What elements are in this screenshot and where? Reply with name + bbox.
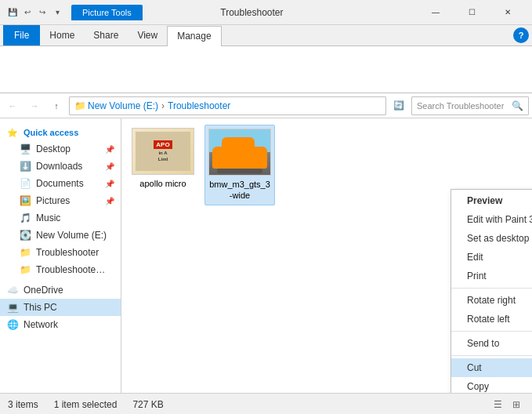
content-wrapper: APO in ALiml apollo micro bmw_m3_gts_3-w… [121,118,532,393]
ctx-sep-3 [451,355,532,356]
sidebar-section-quick-access: ⭐ Quick access [0,122,121,140]
sidebar-desktop-label: Desktop [36,143,71,154]
back-button[interactable]: ← [3,96,22,115]
maximize-button[interactable]: ☐ [454,0,490,25]
sidebar-item-downloads[interactable]: ⬇️ Downloads 📌 [0,158,121,175]
title-bar: 💾 ↩ ↪ ▾ Picture Tools Troubleshooter — ☐… [0,0,532,25]
ctx-set-desktop[interactable]: Set as desktop background [451,229,532,248]
nav-bar: ← → ↑ 📁 New Volume (E:) › Troubleshooter… [0,93,532,118]
sidebar-item-onedrive[interactable]: ☁️ OneDrive [0,281,121,299]
ctx-copy[interactable]: Copy [451,377,532,393]
breadcrumb-sep-1: › [161,100,165,111]
music-icon: 🎵 [19,212,31,224]
sidebar-item-network[interactable]: 🌐 Network [0,316,121,333]
sidebar-item-pictures[interactable]: 🖼️ Pictures 📌 [0,192,121,209]
pin-icon-3: 📌 [105,180,114,188]
redo-icon[interactable]: ↪ [36,6,49,19]
network-icon: 🌐 [6,318,19,331]
status-count: 3 items [8,399,38,410]
tab-file[interactable]: File [3,25,40,45]
pin-icon-2: 📌 [105,162,114,171]
thumb-apollo-visual: APO in ALiml [132,129,194,174]
sidebar-new-volume-label: New Volume (E:) [36,230,107,241]
search-icon: 🔍 [512,100,523,111]
desktop-icon: 🖥️ [19,143,31,155]
pin-icon: 📌 [105,145,114,154]
sidebar-this-pc-label: This PC [24,302,57,313]
breadcrumb-icon: 📁 [74,100,86,111]
ribbon-content [0,45,532,93]
file-item-bmw[interactable]: bmw_m3_gts_3-wide [204,125,275,205]
quick-access-label: Quick access [24,128,78,137]
sidebar-item-documents[interactable]: 📄 Documents 📌 [0,175,121,192]
ctx-sep-1 [451,288,532,289]
breadcrumb-troubleshooter[interactable]: Troubleshooter [168,100,230,111]
large-icons-view-button[interactable]: ⊞ [508,397,524,412]
ctx-print[interactable]: Print [451,267,532,285]
window-title: Troubleshooter [86,7,418,18]
ctx-sep-2 [451,331,532,332]
pictures-icon: 🖼️ [19,194,31,207]
car-shape [212,147,267,169]
thumb-bmw-visual [209,129,270,175]
ctx-send-to-label: Send to [467,338,499,349]
status-size: 727 KB [132,399,163,410]
sidebar-item-troubleshooter[interactable]: 📁 Troubleshooter [0,244,121,261]
pin-icon-4: 📌 [105,197,114,205]
ribbon-tabs: File Home Share View Manage ? [0,25,532,45]
file-thumb-bmw [208,129,271,176]
context-menu: Preview Edit with Paint 3D Set as deskto… [451,189,532,393]
sidebar-music-label: Music [36,212,60,223]
folder-troubleshooter-icon: 📁 [19,246,31,259]
sidebar-item-troubleshooter-wor[interactable]: 📁 Troubleshooter Wor [0,261,121,278]
dropdown-icon[interactable]: ▾ [51,6,63,19]
ctx-edit[interactable]: Edit [451,248,532,267]
ribbon: File Home Share View Manage ? [0,25,532,93]
sidebar-item-desktop[interactable]: 🖥️ Desktop 📌 [0,140,121,158]
search-box[interactable]: Search Troubleshooter 🔍 [411,96,529,115]
ctx-rotate-right[interactable]: Rotate right [451,291,532,310]
ctx-preview[interactable]: Preview [451,191,532,210]
sidebar-documents-label: Documents [36,178,84,189]
ctx-edit-paint[interactable]: Edit with Paint 3D [451,210,532,229]
tab-view[interactable]: View [128,25,167,45]
drive-icon: 💽 [19,229,31,242]
tab-share[interactable]: Share [84,25,128,45]
file-name-bmw: bmw_m3_gts_3-wide [208,179,271,202]
close-button[interactable]: ✕ [490,0,526,25]
forward-button[interactable]: → [25,96,44,115]
sidebar-troubleshooter-wor-label: Troubleshooter Wor [36,264,107,275]
refresh-button[interactable]: 🔄 [389,96,408,115]
this-pc-icon: 💻 [6,301,19,314]
sidebar-item-music[interactable]: 🎵 Music [0,209,121,227]
sidebar-item-this-pc[interactable]: 💻 This PC [0,299,121,316]
search-placeholder-text: Search Troubleshooter [417,101,504,111]
breadcrumb[interactable]: 📁 New Volume (E:) › Troubleshooter [69,96,386,115]
file-item-apollo[interactable]: APO in ALiml apollo micro [128,125,198,205]
tab-home[interactable]: Home [40,25,84,45]
undo-icon[interactable]: ↩ [21,6,34,19]
title-bar-icons: 💾 ↩ ↪ ▾ [6,6,63,19]
sidebar-downloads-label: Downloads [36,161,82,172]
up-button[interactable]: ↑ [47,96,66,115]
sidebar-pictures-label: Pictures [36,195,70,206]
ctx-send-to[interactable]: Send to ► [451,334,532,353]
sidebar-onedrive-label: OneDrive [24,285,63,296]
help-button[interactable]: ? [513,27,529,43]
save-icon[interactable]: 💾 [6,6,19,19]
minimize-button[interactable]: — [418,0,454,25]
documents-icon: 📄 [19,177,31,190]
ctx-cut[interactable]: Cut [451,358,532,377]
details-view-button[interactable]: ☰ [490,397,505,412]
sidebar: ⭐ Quick access 🖥️ Desktop 📌 ⬇️ Downloads… [0,118,121,393]
breadcrumb-new-volume[interactable]: New Volume (E:) [88,100,158,111]
file-thumb-apollo: APO in ALiml [132,128,194,175]
ctx-rotate-left[interactable]: Rotate left [451,310,532,329]
sidebar-troubleshooter-label: Troubleshooter [36,247,99,258]
onedrive-icon: ☁️ [6,284,19,296]
tab-manage[interactable]: Manage [167,26,221,46]
status-view-controls: ☰ ⊞ [490,397,524,412]
folder-troubleshooter-wor-icon: 📁 [19,263,31,276]
sidebar-item-new-volume[interactable]: 💽 New Volume (E:) [0,227,121,244]
main-layout: ⭐ Quick access 🖥️ Desktop 📌 ⬇️ Downloads… [0,118,532,393]
